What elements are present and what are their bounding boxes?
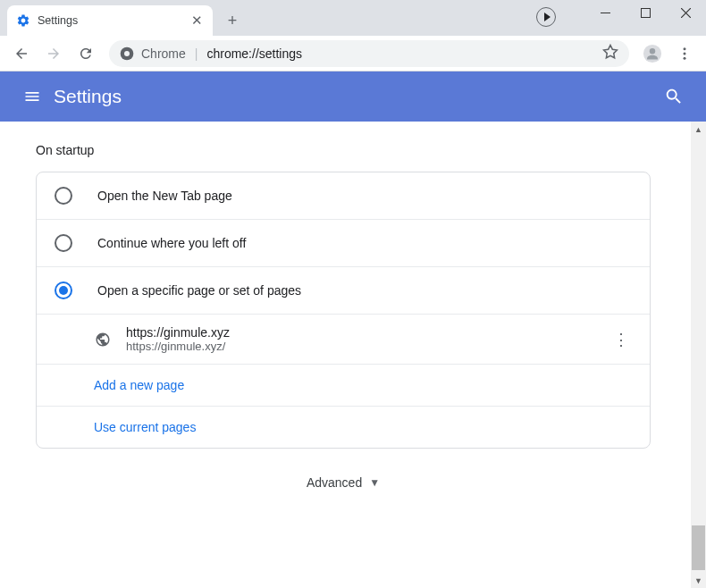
- browser-tab[interactable]: Settings ✕: [7, 5, 213, 36]
- svg-point-3: [124, 51, 130, 56]
- svg-point-6: [684, 47, 686, 50]
- maximize-button[interactable]: [626, 0, 666, 25]
- radio-continue[interactable]: Continue where you left off: [37, 219, 650, 266]
- chrome-icon: [120, 46, 134, 61]
- use-current-pages-button[interactable]: Use current pages: [94, 420, 196, 434]
- tab-title: Settings: [38, 14, 78, 27]
- svg-point-7: [684, 52, 686, 55]
- radio-icon: [55, 234, 72, 252]
- search-button[interactable]: [656, 79, 692, 114]
- radio-specific-pages[interactable]: Open a specific page or set of pages: [37, 266, 650, 314]
- url-path: chrome://settings: [206, 46, 302, 61]
- radio-label: Continue where you left off: [97, 236, 246, 250]
- advanced-label: Advanced: [307, 475, 362, 490]
- startup-page-entry: https://ginmule.xyz https://ginmule.xyz/…: [37, 314, 650, 364]
- close-icon[interactable]: ✕: [189, 13, 204, 28]
- content-area: On startup Open the New Tab page Continu…: [0, 122, 706, 588]
- settings-header: Settings: [0, 71, 706, 122]
- profile-button[interactable]: [638, 39, 667, 68]
- new-tab-button[interactable]: +: [220, 8, 245, 33]
- svg-point-8: [684, 56, 686, 59]
- scroll-thumb[interactable]: [692, 525, 705, 570]
- browser-toolbar: Chrome | chrome://settings: [0, 36, 706, 71]
- radio-new-tab[interactable]: Open the New Tab page: [37, 172, 650, 219]
- back-button[interactable]: [7, 39, 36, 68]
- menu-button[interactable]: [670, 39, 699, 68]
- url-prefix: Chrome: [141, 46, 186, 61]
- reload-button[interactable]: [71, 39, 100, 68]
- startup-card: Open the New Tab page Continue where you…: [36, 172, 651, 449]
- globe-icon: [94, 331, 112, 349]
- chevron-down-icon: ▼: [369, 476, 380, 489]
- url-separator: |: [193, 46, 200, 61]
- page-entry-menu-button[interactable]: ⋮: [610, 329, 632, 350]
- address-bar[interactable]: Chrome | chrome://settings: [109, 40, 629, 67]
- window-close-button[interactable]: [666, 0, 706, 25]
- section-heading: On startup: [0, 139, 686, 172]
- advanced-toggle[interactable]: Advanced ▼: [0, 449, 686, 508]
- radio-icon-selected: [55, 281, 72, 299]
- gear-icon: [16, 13, 30, 28]
- minimize-button[interactable]: [585, 0, 626, 25]
- scrollbar[interactable]: ▲ ▼: [691, 122, 706, 588]
- page-entry-title: https://ginmule.xyz: [126, 325, 596, 340]
- bookmark-star-icon[interactable]: [602, 44, 618, 63]
- add-page-button[interactable]: Add a new page: [94, 378, 184, 392]
- forward-button[interactable]: [39, 39, 68, 68]
- svg-point-5: [650, 48, 655, 54]
- media-control-button[interactable]: [536, 7, 556, 27]
- page-title: Settings: [54, 86, 122, 107]
- page-entry-url: https://ginmule.xyz/: [126, 340, 596, 353]
- hamburger-menu-button[interactable]: [14, 79, 50, 114]
- scroll-down-icon[interactable]: ▼: [691, 573, 706, 588]
- scroll-up-icon[interactable]: ▲: [691, 122, 706, 137]
- radio-icon: [55, 187, 72, 205]
- tab-bar: Settings ✕ +: [0, 0, 706, 36]
- radio-label: Open the New Tab page: [97, 189, 232, 203]
- svg-rect-1: [642, 8, 651, 17]
- radio-label: Open a specific page or set of pages: [97, 283, 301, 298]
- svg-rect-0: [601, 13, 610, 13]
